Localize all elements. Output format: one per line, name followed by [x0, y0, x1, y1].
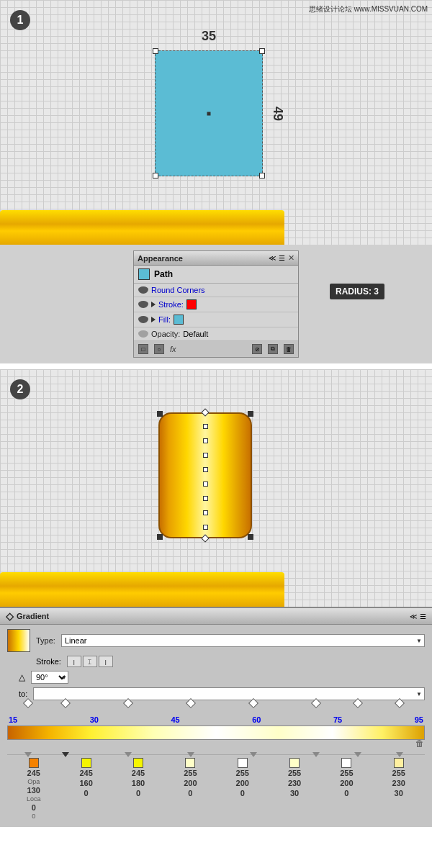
eye-icon-stroke[interactable] — [138, 301, 148, 308]
stop-g-2: 160 — [80, 779, 93, 787]
stop-arrow-1[interactable] — [24, 752, 32, 757]
stop-swatch-1[interactable] — [29, 758, 39, 768]
gold-rectangle — [158, 412, 252, 538]
panel-close-icon[interactable]: ✕ — [288, 253, 294, 263]
stroke-label[interactable]: Stroke: — [158, 300, 184, 309]
gold-handle-tr[interactable] — [248, 411, 253, 417]
fill-label[interactable]: Fill: — [158, 315, 171, 324]
stop-b-5: 0 — [240, 789, 245, 797]
fill-expand-arrow[interactable] — [151, 317, 156, 322]
path-node-bottom[interactable] — [201, 534, 209, 542]
stop-num-60: 60 — [252, 715, 261, 724]
path-node-5[interactable] — [203, 482, 208, 487]
round-corners-label[interactable]: Round Corners — [151, 286, 205, 294]
appearance-panel: Appearance ≪ ☰ ✕ Path Round Corners RADI… — [133, 250, 299, 358]
gold-handle-tl[interactable] — [157, 411, 163, 417]
path-node-7[interactable] — [203, 510, 208, 515]
fill-row[interactable]: Fill: — [134, 312, 298, 327]
gradient-to-row: to: — [7, 687, 425, 700]
stop-arrow-3[interactable] — [125, 752, 132, 757]
to-select-wrapper[interactable] — [33, 687, 425, 700]
footer-copy-icon[interactable]: ⧉ — [268, 344, 278, 354]
path-node-6[interactable] — [203, 496, 208, 501]
path-node-4[interactable] — [203, 467, 208, 472]
panel-menu-icon[interactable]: ☰ — [279, 254, 285, 262]
color-stop-group-3: 245 180 0 — [132, 758, 145, 798]
gradient-preview-swatch[interactable] — [7, 629, 30, 652]
stroke-icon-2[interactable]: ⌶ — [83, 656, 97, 667]
stop-swatch-8[interactable] — [394, 758, 404, 768]
yellow-bar-1 — [0, 210, 284, 245]
to-select[interactable] — [33, 687, 425, 700]
gradient-menu-icon[interactable]: ☰ — [420, 612, 426, 620]
stroke-icon-1[interactable]: | — [67, 656, 81, 667]
path-node-1[interactable] — [203, 424, 208, 429]
panel-footer: □ ○ fx ⊘ ⧉ 🗑 — [134, 341, 298, 357]
gold-handle-br[interactable] — [248, 534, 253, 540]
eye-icon-round-corners[interactable] — [138, 286, 148, 294]
color-stop-group-7: 255 200 0 — [340, 758, 353, 798]
path-node-8[interactable] — [203, 525, 208, 530]
footer-no-icon[interactable]: ⊘ — [252, 344, 262, 354]
stop-num-75: 75 — [333, 715, 342, 724]
stop-arrow-5[interactable] — [250, 752, 257, 757]
stop-b-8: 30 — [395, 789, 403, 797]
stroke-icon-3[interactable]: | — [99, 656, 113, 667]
gradient-type-select-wrapper[interactable]: Linear Radial — [61, 634, 425, 647]
footer-square-icon[interactable]: □ — [138, 344, 148, 354]
panel-collapse-icon[interactable]: ≪ — [269, 254, 276, 262]
stop-swatch-3[interactable] — [133, 758, 143, 768]
stroke-expand-arrow[interactable] — [151, 302, 156, 307]
stop-arrow-2[interactable] — [62, 752, 69, 757]
stop-swatch-2[interactable] — [81, 758, 91, 768]
stop-arrow-7[interactable] — [354, 752, 361, 757]
stop-r-6: 255 — [288, 769, 301, 777]
stop-arrow-4[interactable] — [187, 752, 194, 757]
stop-arrow-6[interactable] — [312, 752, 320, 757]
panel-titlebar: Appearance ≪ ☰ ✕ — [134, 251, 298, 266]
stop-b-2: 0 — [84, 789, 89, 797]
angle-select[interactable]: 90° 0° 45° 180° — [31, 671, 68, 684]
gradient-panel: ◇ Gradient ≪ ☰ Type: Linear Radial Strok… — [0, 607, 432, 827]
step-1-circle: 1 — [10, 10, 30, 30]
fill-color-swatch[interactable] — [174, 315, 184, 325]
handle-bl[interactable] — [153, 173, 158, 178]
panel-path-row: Path — [134, 266, 298, 284]
handle-br[interactable] — [259, 173, 265, 178]
footer-circle-icon[interactable]: ○ — [154, 344, 164, 354]
handle-tl[interactable] — [153, 48, 158, 54]
stop-r-7: 255 — [340, 769, 353, 777]
handle-tr[interactable] — [259, 48, 265, 54]
path-node-2[interactable] — [203, 438, 208, 443]
stop-arrow-8[interactable] — [396, 752, 403, 757]
stroke-row[interactable]: Stroke: — [134, 297, 298, 312]
gradient-type-select[interactable]: Linear Radial — [61, 634, 425, 647]
stop-r-1: 245 — [27, 769, 40, 777]
round-corners-row[interactable]: Round Corners RADIUS: 3 — [134, 284, 298, 297]
gradient-track[interactable] — [7, 725, 425, 740]
stop-swatch-7[interactable] — [341, 758, 351, 768]
footer-trash-icon[interactable]: 🗑 — [284, 344, 294, 354]
gradient-trash-icon[interactable]: 🗑 — [415, 738, 425, 749]
stop-r-4: 255 — [184, 769, 197, 777]
stop-r-3: 245 — [132, 769, 145, 777]
path-node-3[interactable] — [203, 453, 208, 458]
color-stop-group-1: 245 Opa 130 Loca 0 0 — [27, 758, 41, 820]
path-node-top[interactable] — [201, 408, 209, 416]
stop-swatch-4[interactable] — [185, 758, 195, 768]
stop-swatch-6[interactable] — [289, 758, 300, 768]
stroke-color-swatch[interactable] — [186, 299, 197, 309]
footer-fx-label[interactable]: fx — [170, 345, 176, 353]
stop-r-2: 245 — [80, 769, 93, 777]
stop-b-1: 0 — [32, 803, 36, 812]
gradient-collapse-icon[interactable]: ≪ — [410, 612, 417, 620]
color-stop-group-4: 255 200 0 — [184, 758, 197, 798]
eye-icon-fill[interactable] — [138, 316, 148, 323]
stop-swatch-5[interactable] — [238, 758, 248, 768]
eye-icon-opacity[interactable] — [138, 330, 148, 338]
canvas-section-1: 1 35 49 — [0, 0, 432, 245]
stroke-icons-group: | ⌶ | — [67, 656, 113, 667]
gold-handle-bl[interactable] — [157, 534, 163, 540]
color-values-area: 245 Opa 130 Loca 0 0 245 160 0 245 — [7, 754, 425, 823]
dimension-top: 35 — [202, 29, 216, 44]
